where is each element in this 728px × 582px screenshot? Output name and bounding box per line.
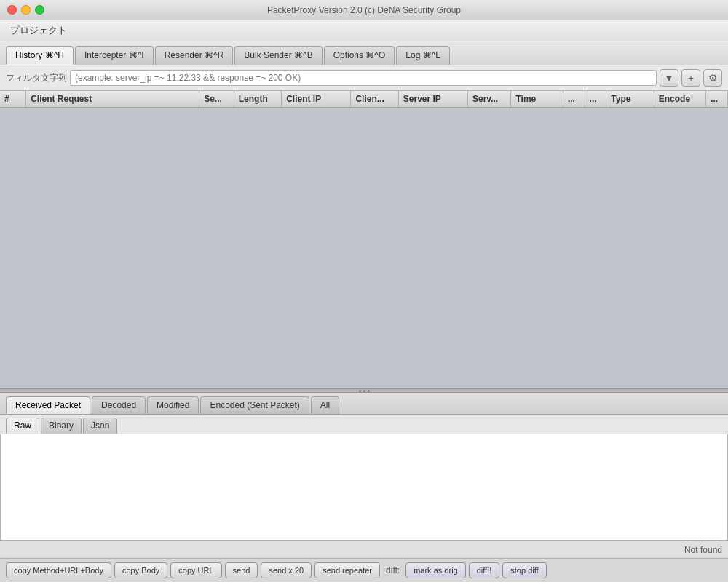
copy-url-button[interactable]: copy URL (170, 562, 221, 578)
col-extra2[interactable]: ... (585, 91, 606, 108)
app-title: PacketProxy Version 2.0 (c) DeNA Securit… (267, 5, 461, 15)
main-tab-bar: History ⌘^H Intercepter ⌘^I Resender ⌘^R… (0, 41, 728, 65)
col-client-request[interactable]: Client Request (26, 91, 199, 108)
col-type[interactable]: Type (606, 91, 654, 108)
tab-raw[interactable]: Raw (6, 418, 39, 434)
table-header-row: # Client Request Se... Length Client IP … (0, 91, 728, 108)
col-client-port[interactable]: Clien... (351, 91, 398, 108)
status-bar: Not found (0, 541, 728, 558)
tab-log[interactable]: Log ⌘^L (396, 46, 450, 65)
tab-received-packet[interactable]: Received Packet (6, 396, 90, 414)
col-server-port[interactable]: Serv... (468, 91, 511, 108)
tab-bulk-sender[interactable]: Bulk Sender ⌘^B (234, 46, 322, 65)
window-controls (7, 5, 44, 15)
menu-item-project[interactable]: プロジェクト (6, 23, 71, 39)
maximize-button[interactable] (35, 5, 44, 15)
copy-method-url-body-button[interactable]: copy Method+URL+Body (6, 562, 111, 578)
history-table: # Client Request Se... Length Client IP … (0, 91, 728, 108)
bottom-panel: Received Packet Decoded Modified Encoded… (0, 393, 728, 582)
filter-settings-button[interactable]: ⚙ (703, 69, 722, 87)
tab-resender[interactable]: Resender ⌘^R (155, 46, 234, 65)
tab-decoded[interactable]: Decoded (92, 396, 146, 414)
col-extra1[interactable]: ... (563, 91, 585, 108)
resize-indicator (353, 390, 375, 392)
format-tab-bar: Raw Binary Json (0, 415, 728, 434)
col-extra3[interactable]: ... (706, 91, 728, 108)
tab-all[interactable]: All (311, 396, 339, 414)
title-bar: PacketProxy Version 2.0 (c) DeNA Securit… (0, 0, 728, 20)
diff-button[interactable]: diff!! (469, 562, 500, 578)
send-x20-button[interactable]: send x 20 (261, 562, 312, 578)
filter-add-button[interactable]: + (681, 69, 700, 87)
col-server-ip[interactable]: Server IP (398, 91, 467, 108)
tab-modified[interactable]: Modified (147, 396, 199, 414)
filter-dropdown-button[interactable]: ▼ (660, 69, 678, 87)
send-button[interactable]: send (225, 562, 258, 578)
stop-diff-button[interactable]: stop diff (502, 562, 546, 578)
tab-json[interactable]: Json (83, 418, 117, 434)
tab-intercepter[interactable]: Intercepter ⌘^I (75, 46, 154, 65)
main-content: フィルタ文字列 ▼ + ⚙ # Client Request Se... Len… (0, 65, 728, 582)
history-table-container: # Client Request Se... Length Client IP … (0, 91, 728, 388)
col-encode[interactable]: Encode (654, 91, 705, 108)
status-text: Not found (684, 545, 722, 555)
filter-bar: フィルタ文字列 ▼ + ⚙ (0, 65, 728, 91)
menu-bar: プロジェクト (0, 20, 728, 41)
filter-input[interactable] (70, 70, 657, 86)
tab-options[interactable]: Options ⌘^O (324, 46, 395, 65)
col-se[interactable]: Se... (199, 91, 234, 108)
tab-binary[interactable]: Binary (41, 418, 82, 434)
filter-label: フィルタ文字列 (6, 72, 67, 84)
col-time[interactable]: Time (511, 91, 563, 108)
packet-tab-bar: Received Packet Decoded Modified Encoded… (0, 393, 728, 415)
packet-content-area[interactable] (0, 434, 728, 541)
diff-label: diff: (383, 565, 403, 575)
minimize-button[interactable] (21, 5, 31, 15)
col-length[interactable]: Length (234, 91, 281, 108)
action-bar: copy Method+URL+Body copy Body copy URL … (0, 558, 728, 582)
col-hash[interactable]: # (0, 91, 26, 108)
send-repeater-button[interactable]: send repeater (314, 562, 380, 578)
mark-as-orig-button[interactable]: mark as orig (405, 562, 466, 578)
copy-body-button[interactable]: copy Body (114, 562, 167, 578)
col-client-ip[interactable]: Client IP (282, 91, 351, 108)
tab-encoded-sent-packet[interactable]: Encoded (Sent Packet) (200, 396, 309, 414)
close-button[interactable] (7, 5, 17, 15)
tab-history[interactable]: History ⌘^H (6, 46, 74, 65)
